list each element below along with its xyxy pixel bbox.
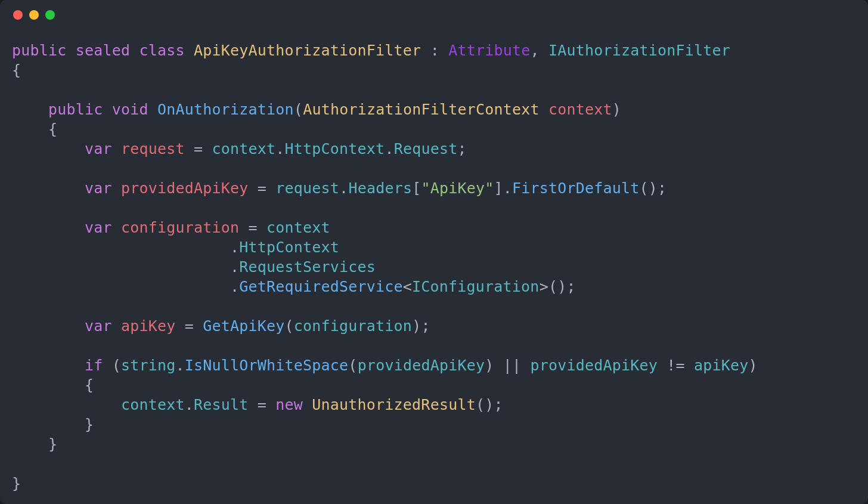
argument: providedApiKey — [358, 357, 485, 374]
keyword-var: var — [85, 180, 112, 197]
assign: = — [249, 396, 276, 413]
call-parens: (); — [639, 180, 666, 197]
dot: . — [275, 140, 284, 157]
paren-close: ) — [749, 357, 758, 374]
dot: . — [185, 396, 194, 413]
dot: . — [339, 180, 348, 197]
identifier: context — [121, 396, 185, 413]
param-name: context — [548, 101, 612, 118]
close-icon[interactable] — [13, 10, 23, 20]
keyword-var: var — [85, 219, 112, 236]
brace-open: { — [85, 376, 94, 394]
class-name: ApiKeyAuthorizationFilter — [194, 42, 421, 59]
paren-open: ( — [103, 357, 122, 374]
property: HttpContext — [285, 140, 385, 157]
comma: , — [530, 42, 548, 59]
property: RequestServices — [239, 258, 376, 276]
semicolon: ; — [457, 140, 466, 157]
assign: = — [249, 180, 276, 197]
paren-open: ( — [294, 101, 303, 118]
assign: = — [176, 317, 203, 335]
dot: . — [176, 357, 185, 374]
dot: . — [230, 278, 239, 295]
operator-or: || — [494, 357, 530, 374]
brace-open: { — [48, 120, 57, 138]
param-type: AuthorizationFilterContext — [303, 101, 540, 118]
variable: request — [121, 140, 185, 157]
base-type: Attribute — [448, 42, 530, 59]
method-call: IsNullOrWhiteSpace — [185, 357, 349, 374]
paren-close: ) — [485, 357, 494, 374]
keyword-new: new — [275, 396, 303, 413]
paren-close: ); — [412, 317, 430, 335]
method-call: GetApiKey — [203, 317, 284, 335]
dot: . — [230, 239, 239, 256]
identifier: string — [121, 357, 176, 374]
keyword-public: public — [48, 101, 103, 118]
generic-type: IConfiguration — [412, 278, 540, 295]
property: HttpContext — [239, 239, 339, 256]
code-window: public sealed class ApiKeyAuthorizationF… — [0, 0, 868, 504]
assign: = — [239, 219, 266, 236]
type-name: UnauthorizedResult — [312, 396, 476, 413]
brace-close: } — [85, 416, 94, 433]
argument: configuration — [294, 317, 412, 335]
paren-open: ( — [348, 357, 357, 374]
keyword-class: class — [140, 42, 185, 59]
brace-close: } — [48, 435, 57, 453]
identifier: providedApiKey — [530, 357, 658, 374]
identifier: request — [275, 180, 339, 197]
colon: : — [421, 42, 448, 59]
method-name: OnAuthorization — [157, 101, 294, 118]
paren-close: ) — [612, 101, 621, 118]
property: Request — [394, 140, 458, 157]
interface-name: IAuthorizationFilter — [548, 42, 730, 59]
dot: . — [385, 140, 393, 157]
identifier: context — [266, 219, 330, 236]
identifier: apiKey — [694, 357, 749, 374]
identifier: context — [212, 140, 276, 157]
code-content: public sealed class ApiKeyAuthorizationF… — [0, 30, 868, 504]
brace-close: } — [12, 475, 21, 492]
operator-neq: != — [658, 357, 694, 374]
method-call: FirstOrDefault — [512, 180, 640, 197]
maximize-icon[interactable] — [45, 10, 55, 20]
keyword-var: var — [85, 317, 112, 335]
angle-open: < — [403, 278, 412, 295]
bracket-open: [ — [412, 180, 421, 197]
string-literal: "ApiKey" — [421, 180, 494, 197]
assign: = — [185, 140, 212, 157]
brace-open: { — [12, 61, 21, 79]
keyword-var: var — [85, 140, 112, 157]
call-parens: (); — [548, 278, 576, 295]
keyword-public: public — [12, 42, 67, 59]
method-call: GetRequiredService — [239, 278, 403, 295]
variable: apiKey — [121, 317, 176, 335]
variable: providedApiKey — [121, 180, 249, 197]
minimize-icon[interactable] — [29, 10, 39, 20]
property: Headers — [348, 180, 412, 197]
bracket-close: ] — [494, 180, 503, 197]
paren-open: ( — [285, 317, 294, 335]
variable: configuration — [121, 219, 239, 236]
keyword-void: void — [112, 101, 148, 118]
keyword-sealed: sealed — [76, 42, 131, 59]
angle-close: > — [540, 278, 548, 295]
dot: . — [230, 258, 239, 276]
titlebar — [0, 0, 868, 30]
keyword-if: if — [85, 357, 103, 374]
property: Result — [194, 396, 249, 413]
dot: . — [503, 180, 512, 197]
call-parens: (); — [476, 396, 503, 413]
